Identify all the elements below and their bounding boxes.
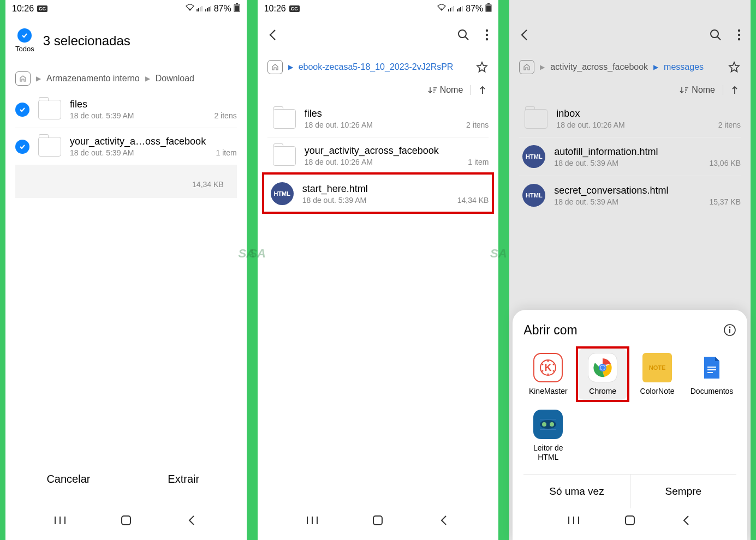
file-list: files 18 de out. 10:26 AM 2 itens your_a… <box>258 100 499 504</box>
home-nav-icon[interactable] <box>120 514 133 527</box>
back-button[interactable] <box>519 28 529 41</box>
file-meta: 13,06 KB <box>709 159 741 167</box>
breadcrumb-item-1[interactable]: Armazenamento interno <box>46 74 140 83</box>
back-nav-icon[interactable] <box>680 514 693 527</box>
svg-rect-59 <box>707 372 713 373</box>
svg-point-52 <box>542 363 544 365</box>
svg-rect-27 <box>487 3 490 4</box>
once-button[interactable]: Só uma vez <box>523 475 629 508</box>
back-nav-icon[interactable] <box>185 514 198 527</box>
svg-rect-7 <box>209 7 210 11</box>
always-button[interactable]: Sempre <box>630 475 736 508</box>
file-item-folder[interactable]: files 18 de out. 5:39 AM 2 itens <box>15 91 237 128</box>
app-colornote[interactable]: NOTE ColorNote <box>633 349 682 400</box>
file-item-html[interactable]: HTML autofill_information.html 18 de out… <box>519 137 741 176</box>
extract-button[interactable]: Extrair <box>137 466 230 492</box>
file-list: files 18 de out. 5:39 AM 2 itens your_ac… <box>5 91 247 454</box>
svg-point-32 <box>486 38 488 40</box>
recents-nav-icon[interactable] <box>53 514 67 527</box>
search-button[interactable] <box>709 28 722 41</box>
breadcrumb-item-1[interactable]: activity_across_facebook <box>550 62 648 72</box>
svg-point-30 <box>486 29 488 32</box>
cc-icon: CC <box>37 5 47 12</box>
signal-icon-1 <box>197 4 203 14</box>
battery-percent: 87% <box>466 4 483 14</box>
nav-bar <box>5 504 247 540</box>
breadcrumb-item-2[interactable]: Download <box>156 74 194 83</box>
signal-icon-2 <box>457 4 463 14</box>
sort-button[interactable]: Nome <box>680 85 715 95</box>
recents-nav-icon[interactable] <box>306 514 319 527</box>
app-chrome[interactable]: Chrome <box>578 349 627 400</box>
breadcrumb: ▶ ebook-zecasa5-18_10_2023-2vJ2RsPR <box>258 50 499 80</box>
status-time: 10:26 <box>12 4 34 14</box>
wifi-icon <box>437 4 446 14</box>
info-button[interactable] <box>723 323 736 337</box>
search-button[interactable] <box>457 28 470 41</box>
svg-point-61 <box>542 422 546 427</box>
html-badge-icon: HTML <box>271 182 294 205</box>
html-badge-icon: HTML <box>522 184 545 207</box>
svg-point-28 <box>459 30 466 38</box>
breadcrumb-item-current[interactable]: ebook-zecasa5-18_10_2023-2vJ2RsPR <box>299 62 454 72</box>
folder-icon <box>273 109 296 129</box>
todos-label: Todos <box>15 45 34 53</box>
sort-direction-button[interactable] <box>731 85 739 95</box>
recents-nav-icon[interactable] <box>567 514 580 527</box>
more-menu-button[interactable] <box>485 29 489 41</box>
back-button[interactable] <box>267 28 277 41</box>
file-item-folder[interactable]: your_activity_across_facebook 18 de out.… <box>267 137 489 175</box>
home-nav-icon[interactable] <box>371 514 384 527</box>
select-all-button[interactable]: Todos <box>15 28 34 53</box>
sort-button[interactable]: Nome <box>428 85 463 95</box>
favorite-button[interactable] <box>475 61 489 74</box>
cancel-button[interactable]: Cancelar <box>22 466 115 492</box>
signal-icon-2 <box>205 4 212 14</box>
divider <box>471 85 471 95</box>
checkbox-checked-icon[interactable] <box>15 140 29 154</box>
file-name: inbox <box>556 108 741 119</box>
home-icon[interactable] <box>267 60 283 74</box>
app-docs[interactable]: Documentos <box>687 349 736 400</box>
svg-rect-1 <box>197 9 198 11</box>
home-icon[interactable] <box>15 71 31 86</box>
file-item-folder[interactable]: files 18 de out. 10:26 AM 2 itens <box>267 100 489 137</box>
svg-rect-18 <box>450 8 451 11</box>
svg-point-16 <box>441 9 443 10</box>
svg-point-51 <box>542 370 544 371</box>
crumb-sep-icon: ▶ <box>653 63 658 71</box>
svg-rect-57 <box>707 367 716 368</box>
app-kinemaster[interactable]: K KineMaster <box>523 349 573 400</box>
file-item-folder[interactable]: inbox 18 de out. 10:26 AM2 itens <box>519 100 741 137</box>
home-nav-icon[interactable] <box>623 514 636 527</box>
svg-point-56 <box>600 365 605 370</box>
header: Todos 3 selecionadas <box>5 17 247 62</box>
file-name: files <box>305 108 489 119</box>
svg-point-31 <box>486 34 488 36</box>
home-icon[interactable] <box>519 60 534 74</box>
svg-rect-5 <box>205 9 206 11</box>
back-nav-icon[interactable] <box>437 514 450 527</box>
file-date: 18 de out. 10:26 AM <box>556 121 624 129</box>
screen-3-openwith: ▶ activity_across_facebook ▶ messages No… <box>509 0 751 540</box>
file-name: your_activity_across_facebook <box>305 145 489 157</box>
sort-direction-button[interactable] <box>479 85 486 95</box>
app-htmlreader[interactable]: Leitor de HTML <box>523 405 573 466</box>
file-date: 18 de out. 10:26 AM <box>305 121 373 129</box>
breadcrumb-item-current[interactable]: messages <box>664 62 704 72</box>
html-badge-icon: HTML <box>522 145 545 168</box>
more-menu-button[interactable] <box>737 29 741 41</box>
file-meta: 15,37 KB <box>709 197 741 206</box>
file-item-html[interactable]: HTML secret_conversations.html 18 de out… <box>519 176 741 214</box>
breadcrumb: ▶ Armazenamento interno ▶ Download <box>5 62 247 91</box>
svg-rect-6 <box>207 8 208 11</box>
svg-point-40 <box>738 34 740 36</box>
app-label: Chrome <box>589 387 616 396</box>
checkbox-checked-icon[interactable] <box>15 103 29 117</box>
svg-text:K: K <box>545 362 552 373</box>
favorite-button[interactable] <box>728 61 741 74</box>
file-item-html[interactable]: HTML start_here.html 18 de out. 5:39 AM … <box>267 175 489 213</box>
file-item-folder[interactable]: your_activity_a…oss_facebook 18 de out. … <box>15 128 237 165</box>
file-date: 18 de out. 5:39 AM <box>554 159 618 167</box>
svg-rect-64 <box>540 429 556 430</box>
